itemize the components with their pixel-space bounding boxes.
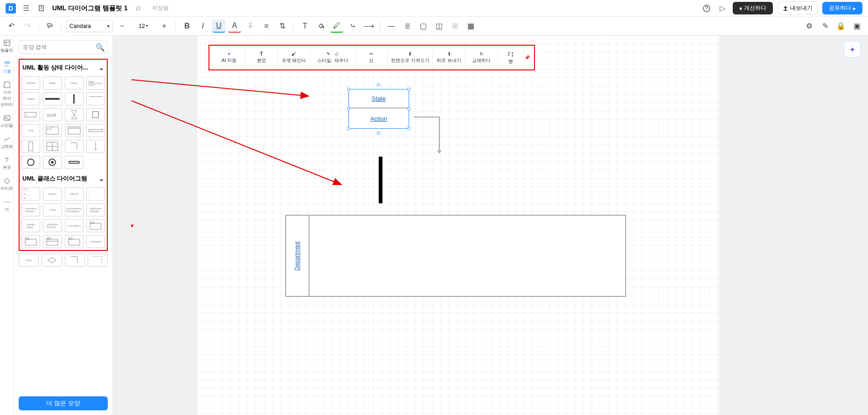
font-color-button[interactable]: A (228, 20, 241, 33)
shape-vbar[interactable] (65, 92, 83, 105)
shape-note2[interactable]: Note (19, 254, 39, 267)
shape-class1[interactable]: class─────attr─────op() (21, 187, 40, 201)
shape-class4[interactable]: ────── (86, 187, 105, 201)
shape-pkg5[interactable]: «interface» (86, 235, 105, 248)
shape-circle-dot[interactable] (43, 156, 62, 169)
float-ai[interactable]: ✦AI 지원 (213, 46, 245, 69)
swimlane-body[interactable] (309, 215, 625, 296)
improve-button[interactable]: ♦개선하다 (733, 2, 773, 14)
shape-activity[interactable]: Activity (21, 76, 40, 90)
list-button[interactable]: ≣ (401, 20, 414, 33)
clear-format-button[interactable]: T̶ (244, 20, 257, 33)
shape-pkg4[interactable] (65, 235, 83, 248)
line-style-button[interactable]: — (385, 20, 398, 33)
rail-icons[interactable]: 아이콘 (0, 177, 14, 192)
shape-arrow-down[interactable] (86, 140, 105, 153)
shape-square[interactable] (86, 108, 105, 121)
lock-icon[interactable]: 🔒 (834, 20, 847, 33)
shape-object[interactable]: Object (21, 92, 40, 105)
star-icon[interactable]: ☆ (132, 3, 144, 14)
float-pin-icon[interactable]: 📌 (524, 55, 530, 60)
align-button[interactable]: ≡ (260, 20, 273, 33)
float-back[interactable]: ⬇뒤로 보내기 (433, 46, 465, 69)
float-replace[interactable]: ↻교체하다 (465, 46, 498, 69)
pages-icon[interactable] (36, 3, 48, 14)
font-family-select[interactable]: Candara▾ (66, 20, 113, 32)
more-shapes-button[interactable]: 더 많은 모양 (19, 396, 108, 410)
underline-button[interactable]: U (212, 20, 225, 33)
shape-state[interactable]: State (43, 76, 62, 90)
rail-basic[interactable]: 기호 (0, 60, 14, 75)
shape-circle[interactable] (21, 156, 40, 169)
section-class[interactable]: UML 클래스 다이어그램⌄ (21, 173, 105, 185)
shape-enum[interactable]: «enumeration»Enumeration (65, 203, 83, 216)
shape-class3[interactable]: Class1 (65, 187, 83, 201)
layout-icon[interactable]: ▣ (850, 20, 863, 33)
shape-twobar[interactable] (21, 140, 40, 153)
edit-icon[interactable]: ✎ (819, 20, 832, 33)
shadow-button[interactable]: ◫ (432, 20, 445, 33)
font-size-input[interactable]: 12▾ (132, 20, 155, 32)
section-activity[interactable]: UML 활동 상태 다이어...⌄ (21, 62, 105, 74)
shape-signal[interactable] (86, 92, 105, 105)
highlight-button[interactable]: 🖊 (330, 20, 343, 33)
canvas[interactable]: ✦AI 지원 T본문 🖌포맷 페인터 ✎◇스타일.채우다 ✏선 ⬆전면으로 가져… (197, 35, 719, 415)
fill-button[interactable] (314, 20, 327, 33)
shape-pkg3[interactable] (43, 235, 62, 248)
menu-icon[interactable]: ☰ (21, 3, 32, 14)
rail-library[interactable]: 가이 라이 브러리 (0, 81, 14, 108)
search-icon[interactable]: ⚙ (803, 20, 816, 33)
connector-button[interactable]: ⤷ (346, 20, 359, 33)
shape-thin[interactable] (86, 124, 105, 137)
shape-partition[interactable] (65, 124, 83, 137)
shape-state-action[interactable]: StateAction (86, 76, 105, 90)
shape-frame[interactable] (43, 124, 62, 137)
shape-pkg2[interactable] (21, 235, 40, 248)
float-front[interactable]: ⬆전면으로 가져오기 (388, 46, 433, 69)
shape-button[interactable]: ▢ (417, 20, 430, 33)
search-icon[interactable]: 🔍 (96, 43, 105, 52)
shape-corner2[interactable] (65, 254, 85, 267)
shape-class2[interactable]: Class1 (43, 187, 62, 201)
float-line[interactable]: ✏선 (355, 46, 388, 69)
shape-hourglass[interactable] (65, 108, 83, 121)
document-title[interactable]: UML 다이어그램 템플릿 1 (52, 4, 128, 13)
action-label[interactable]: Action (349, 108, 409, 129)
shape-class[interactable]: Class (65, 76, 83, 90)
app-logo[interactable]: D (6, 3, 16, 14)
italic-button[interactable]: I (196, 20, 209, 33)
font-size-decrease[interactable]: − (116, 20, 129, 33)
arrow-style-button[interactable]: ⟶ (362, 20, 375, 33)
export-button[interactable]: 내보내기 (778, 1, 818, 15)
font-size-increase[interactable]: + (158, 20, 171, 33)
float-row[interactable]: 2▴▾행 (498, 46, 524, 69)
shape-constraint[interactable]: { Constraint } (65, 219, 83, 232)
shape-receive[interactable] (21, 108, 40, 121)
shape-hbar[interactable] (43, 92, 62, 105)
connector-arrow[interactable] (411, 115, 444, 157)
table-button[interactable]: ⊞ (448, 20, 461, 33)
play-icon[interactable]: ▷ (717, 3, 728, 14)
format-painter-icon[interactable] (43, 20, 56, 33)
shape-interface2[interactable]: Class (43, 203, 62, 216)
shape-signal2[interactable]: «signal»Signal (21, 219, 40, 232)
redo-button[interactable]: ↷ (21, 20, 34, 33)
sync-bar[interactable] (379, 157, 382, 203)
line-spacing-button[interactable]: ⇅ (276, 20, 289, 33)
shape-primitive[interactable]: «primitive»Primitive (43, 219, 62, 232)
shape-corner[interactable] (65, 140, 83, 153)
rail-more[interactable]: ⋯더 (0, 198, 14, 213)
float-body[interactable]: T본문 (245, 46, 278, 69)
rail-chart[interactable]: 그래프 (0, 135, 14, 150)
float-style-fill[interactable]: ✎◇스타일.채우다 (310, 46, 355, 69)
state-label[interactable]: State (349, 90, 409, 108)
rail-template[interactable]: 템플릿 (0, 39, 14, 54)
shape-dashed[interactable] (88, 254, 108, 267)
text-tool-button[interactable]: T (299, 20, 312, 33)
image-button[interactable]: ▦ (464, 20, 477, 33)
rail-text[interactable]: 본문 (0, 156, 14, 171)
help-icon[interactable] (701, 3, 712, 14)
shape-pill[interactable] (65, 156, 83, 169)
shape-search-input[interactable] (23, 44, 93, 50)
share-button[interactable]: 공유하다▸ (822, 2, 862, 14)
